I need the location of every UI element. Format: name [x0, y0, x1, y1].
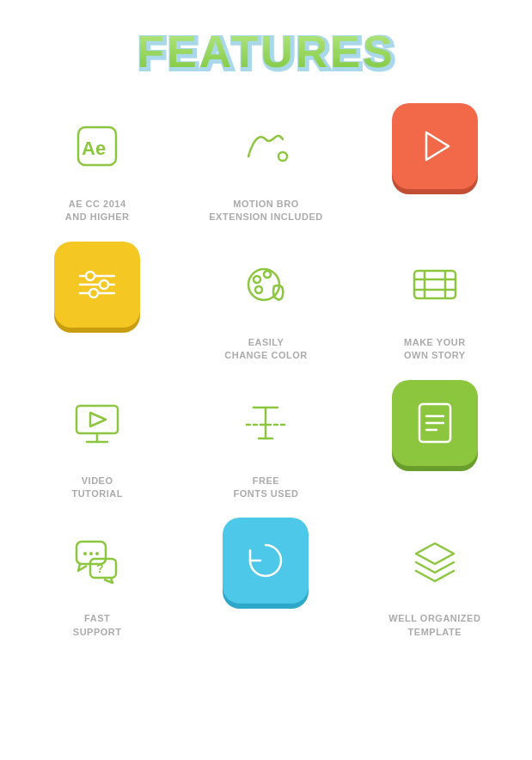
svg-rect-19: [76, 406, 118, 433]
icon-box-video-tutorial: [54, 380, 140, 466]
feature-cell-simple-edit: SIMPLE & EASY TO EDIT: [17, 242, 177, 363]
svg-point-11: [254, 276, 260, 283]
feature-cell-elements: 300+ ELEMENTS READY TO USE: [355, 380, 515, 501]
svg-text:Ae: Ae: [82, 138, 106, 159]
icon-box-elements: [392, 380, 478, 466]
svg-point-13: [255, 286, 262, 293]
svg-marker-22: [90, 413, 106, 426]
feature-label-simple-edit: SIMPLE & EASY TO EDIT: [58, 336, 136, 363]
page-title-wrapper: FEATURES FEATURES: [137, 26, 394, 77]
svg-point-32: [83, 552, 87, 555]
icon-box-motion-bro: [223, 103, 309, 189]
icon-box-free-fonts: [223, 380, 309, 466]
icon-box-own-story: [392, 242, 478, 328]
feature-label-fast-support: FAST SUPPORT: [73, 612, 122, 639]
svg-marker-3: [426, 132, 449, 160]
features-grid: Ae AE CC 2014 AND HIGHER MOTION BRO EXTE…: [17, 103, 515, 639]
icon-box-fast-support: ?: [54, 518, 140, 604]
svg-point-34: [95, 552, 99, 555]
feature-label-free-fonts: FREE FONTS USED: [234, 475, 299, 501]
icon-box-fully-animated: [392, 103, 478, 189]
feature-cell-change-color: EASILY CHANGE COLOR: [186, 242, 345, 363]
feature-cell-own-story: MAKE YOUR OWN STORY: [355, 242, 515, 363]
feature-label-ae-cc: AE CC 2014 AND HIGHER: [65, 198, 130, 224]
feature-label-own-story: MAKE YOUR OWN STORY: [404, 336, 466, 363]
feature-label-free-update: FREE UPDATE: [246, 612, 286, 639]
feature-label-video-tutorial: VIDEO TUTORIAL: [71, 475, 122, 501]
feature-cell-ae-cc: Ae AE CC 2014 AND HIGHER: [17, 103, 177, 224]
svg-point-12: [264, 271, 271, 278]
svg-point-7: [86, 272, 95, 280]
feature-cell-free-update: FREE UPDATE: [186, 518, 345, 639]
icon-box-well-organized: [392, 518, 478, 604]
feature-label-elements: 300+ ELEMENTS READY TO USE: [394, 475, 475, 501]
feature-cell-free-fonts: FREE FONTS USED: [186, 380, 345, 501]
feature-cell-fully-animated: FULLY ANIMATED: [355, 103, 515, 224]
svg-marker-37: [416, 543, 454, 564]
feature-cell-fast-support: ? FAST SUPPORT: [17, 518, 177, 639]
feature-label-fully-animated: FULLY ANIMATED: [408, 198, 461, 224]
feature-cell-well-organized: WELL ORGANIZED TEMPLATE: [355, 518, 515, 639]
feature-label-change-color: EASILY CHANGE COLOR: [224, 336, 307, 363]
svg-point-2: [278, 152, 287, 161]
feature-label-motion-bro: MOTION BRO EXTENSION INCLUDED: [209, 198, 322, 224]
feature-cell-motion-bro: MOTION BRO EXTENSION INCLUDED: [186, 103, 345, 224]
icon-box-simple-edit: [54, 242, 140, 328]
page-title: FEATURES: [137, 26, 394, 77]
icon-box-free-update: [223, 518, 309, 604]
svg-rect-14: [414, 271, 456, 298]
svg-point-8: [100, 280, 108, 289]
icon-box-ae-cc: Ae: [54, 103, 140, 189]
icon-box-change-color: [223, 242, 309, 328]
feature-label-well-organized: WELL ORGANIZED TEMPLATE: [388, 612, 480, 639]
svg-point-9: [89, 289, 98, 297]
feature-cell-video-tutorial: VIDEO TUTORIAL: [17, 380, 177, 501]
svg-text:?: ?: [96, 561, 104, 575]
svg-point-33: [89, 552, 93, 555]
